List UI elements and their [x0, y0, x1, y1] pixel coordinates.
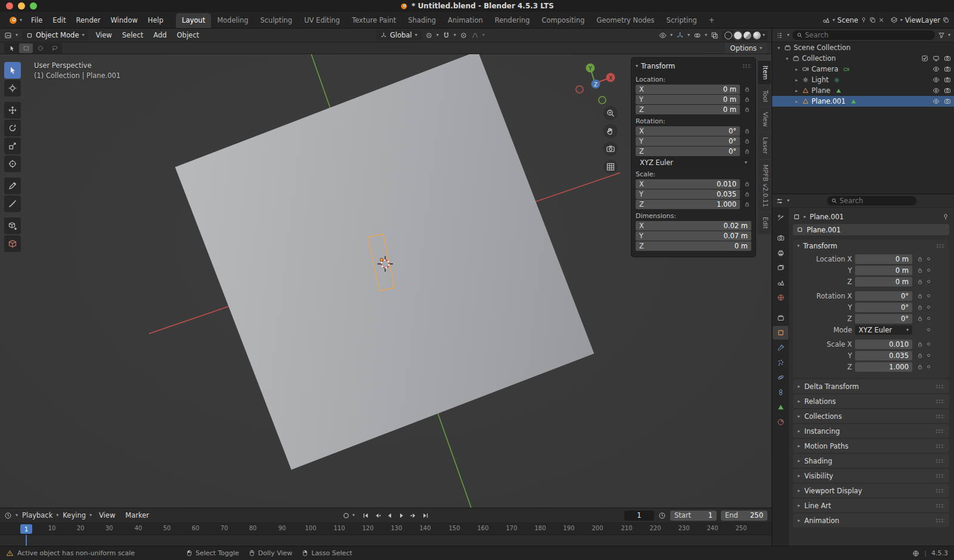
snap-magnet-icon[interactable] — [442, 32, 450, 39]
timeline-menu-playback[interactable]: Playback▾ — [22, 511, 58, 519]
visibility-dropdown[interactable]: ▾ — [659, 32, 673, 39]
tab-constraint-properties[interactable] — [773, 385, 788, 399]
rotation-mode-dropdown[interactable]: XYZ Euler▾ — [855, 325, 912, 335]
dimensions-z-field[interactable]: Z0 m — [636, 241, 751, 251]
menu-render[interactable]: Render — [72, 14, 106, 26]
tab-material-properties[interactable] — [773, 415, 788, 429]
gizmo-negative-y[interactable] — [599, 97, 606, 104]
tab-object-properties[interactable] — [773, 326, 788, 340]
tool-measure[interactable] — [4, 195, 21, 212]
select-tweak-button[interactable] — [5, 43, 18, 53]
tool-scale[interactable] — [4, 138, 21, 154]
animate-dot[interactable] — [927, 365, 930, 368]
ortho-toggle-button[interactable] — [603, 160, 618, 174]
options-dropdown[interactable]: Options ▾ — [725, 43, 767, 54]
panel-shading[interactable]: ▸Shading — [793, 454, 949, 468]
lock-icon[interactable] — [915, 341, 924, 347]
prop-scale-x-field[interactable]: 0.010 — [855, 340, 912, 349]
scale-y-field[interactable]: Y0.035 — [636, 189, 740, 199]
lock-icon[interactable] — [742, 86, 751, 92]
frame-end-field[interactable]: End250 — [721, 511, 767, 521]
animate-dot[interactable] — [927, 306, 930, 309]
zoom-button[interactable] — [603, 106, 618, 120]
panel-instancing[interactable]: ▸Instancing — [793, 424, 949, 438]
prop-scale-z-field[interactable]: 1.000 — [855, 362, 912, 372]
scale-z-field[interactable]: Z1.000 — [636, 200, 740, 209]
tab-world-properties[interactable] — [773, 291, 788, 304]
tab-physics-properties[interactable] — [773, 371, 788, 384]
rotation-z-field[interactable]: Z0° — [636, 147, 740, 156]
workspace-tab-compositing[interactable]: Compositing — [535, 13, 590, 28]
npanel-tab-laser[interactable]: Laser — [758, 132, 771, 159]
tool-addon-cube[interactable] — [4, 235, 21, 252]
animate-dot[interactable] — [927, 354, 930, 357]
pivot-dropdown[interactable]: ▾ — [425, 32, 439, 39]
viewport-visibility-icon[interactable] — [933, 55, 940, 62]
workspace-tab-sculpting[interactable]: Sculpting — [254, 13, 298, 28]
render-visibility-icon[interactable] — [944, 98, 951, 105]
gizmo-negative-x[interactable] — [576, 86, 583, 93]
transform-panel-header[interactable]: ▾ Transform — [636, 60, 751, 73]
tool-rotate[interactable] — [4, 120, 21, 136]
blender-menu-button[interactable]: ▾ — [5, 15, 26, 25]
lock-icon[interactable] — [742, 191, 751, 197]
outliner-search[interactable] — [792, 30, 935, 40]
prop-rotation-y-field[interactable]: 0° — [855, 303, 912, 312]
tab-collection-properties[interactable] — [773, 311, 788, 325]
menu-edit[interactable]: Edit — [48, 14, 70, 26]
lock-icon[interactable] — [915, 293, 924, 299]
animate-dot[interactable] — [927, 294, 930, 297]
render-visibility-icon[interactable] — [944, 55, 951, 62]
tool-move[interactable] — [4, 102, 21, 119]
current-frame-field[interactable]: 1 — [624, 511, 654, 521]
exclude-checkbox-icon[interactable] — [921, 55, 928, 62]
workspace-tab-scripting[interactable]: Scripting — [661, 13, 703, 28]
unlink-scene-icon[interactable]: × — [878, 16, 884, 24]
animate-dot[interactable] — [927, 343, 930, 346]
tab-render-properties[interactable] — [773, 231, 788, 245]
expand-icon[interactable]: ▾ — [784, 56, 790, 61]
close-window-button[interactable] — [6, 2, 13, 10]
minimize-window-button[interactable] — [18, 2, 25, 10]
animate-dot[interactable] — [927, 317, 930, 320]
panel-line-art[interactable]: ▸Line Art — [793, 499, 949, 512]
location-x-field[interactable]: X0 m — [636, 85, 740, 94]
prop-location-x-field[interactable]: 0 m — [855, 254, 912, 264]
tab-output-properties[interactable] — [773, 246, 788, 260]
lock-icon[interactable] — [742, 201, 751, 207]
workspace-tab-uv-editing[interactable]: UV Editing — [298, 13, 346, 28]
panel-delta-transform[interactable]: ▸Delta Transform — [793, 379, 949, 393]
viewport-menu-add[interactable]: Add — [150, 30, 169, 41]
overlays-dropdown[interactable]: ▾ — [693, 32, 707, 39]
lock-icon[interactable] — [915, 353, 924, 359]
frame-start-field[interactable]: Start1 — [670, 511, 717, 521]
outliner-row-light[interactable]: ▸ Light — [772, 74, 954, 85]
play-button[interactable] — [396, 510, 407, 521]
scale-x-field[interactable]: X0.010 — [636, 179, 740, 189]
tab-object-data-properties[interactable] — [773, 400, 788, 414]
panel-grip-handle[interactable] — [936, 489, 944, 493]
workspace-tab-geometry-nodes[interactable]: Geometry Nodes — [591, 13, 661, 28]
editor-type-button[interactable]: ▾ — [4, 32, 18, 39]
lock-icon[interactable] — [742, 181, 751, 187]
panel-grip-handle[interactable] — [742, 64, 751, 69]
workspace-tab-rendering[interactable]: Rendering — [489, 13, 536, 28]
panel-grip-handle[interactable] — [936, 474, 944, 478]
panel-grip-handle[interactable] — [936, 503, 944, 508]
tool-cursor[interactable] — [4, 80, 21, 97]
panel-relations[interactable]: ▸Relations — [793, 394, 949, 408]
render-visibility-icon[interactable] — [944, 76, 951, 83]
npanel-tab-mpfb[interactable]: MPFB v2.0.11 — [758, 160, 771, 212]
panel-grip-handle[interactable] — [936, 414, 944, 419]
copy-viewlayer-icon[interactable] — [943, 17, 949, 23]
gizmos-dropdown[interactable]: ▾ — [676, 32, 690, 39]
animate-dot[interactable] — [927, 269, 930, 272]
viewport-menu-view[interactable]: View — [92, 30, 114, 41]
animate-dot[interactable] — [927, 280, 930, 283]
timeline-editor-type-button[interactable]: ▾ — [4, 512, 18, 519]
prop-location-z-field[interactable]: 0 m — [855, 277, 912, 287]
panel-grip-handle[interactable] — [936, 518, 944, 523]
viewport-menu-object[interactable]: Object — [174, 30, 202, 41]
panel-grip-handle[interactable] — [936, 244, 945, 248]
panel-grip-handle[interactable] — [936, 459, 944, 463]
